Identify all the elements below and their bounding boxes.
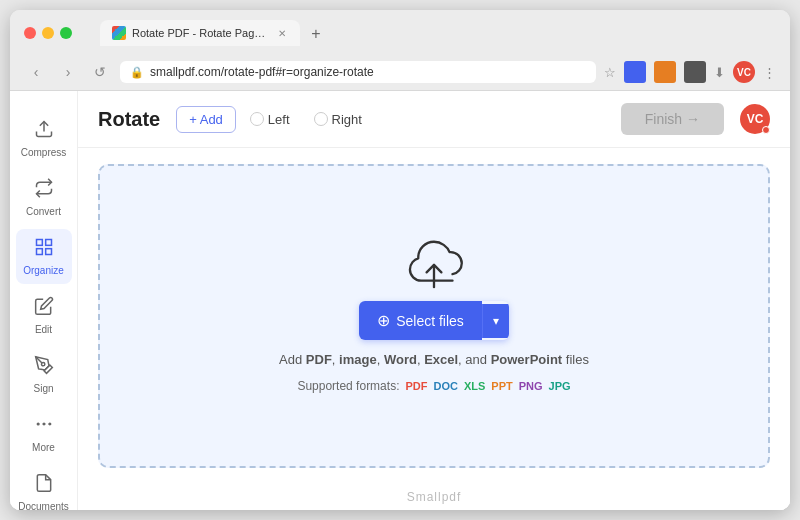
formats-label: Supported formats:: [297, 379, 399, 393]
user-avatar[interactable]: VC: [740, 104, 770, 134]
more-icon: [34, 414, 54, 439]
download-icon[interactable]: ⬇: [714, 65, 725, 80]
upload-description: Add PDF, image, Word, Excel, and PowerPo…: [279, 352, 589, 367]
right-option[interactable]: Right: [304, 107, 372, 132]
edit-label: Edit: [35, 324, 52, 335]
extension-icon-2[interactable]: [654, 61, 676, 83]
right-label: Right: [332, 112, 362, 127]
svg-point-8: [49, 423, 51, 425]
finish-label: Finish →: [645, 111, 700, 127]
avatar-initials: VC: [747, 112, 764, 126]
browser-menu-icon[interactable]: ⋮: [763, 65, 776, 80]
svg-point-6: [37, 423, 39, 425]
watermark-text: Smallpdf: [407, 490, 462, 504]
compress-label: Compress: [21, 147, 67, 158]
sidebar-item-organize[interactable]: Organize: [16, 229, 72, 284]
tab-title: Rotate PDF - Rotate Pages O...: [132, 27, 266, 39]
bookmark-icon[interactable]: ☆: [604, 65, 616, 80]
cloud-upload-icon: [404, 239, 464, 289]
left-option[interactable]: Left: [240, 107, 300, 132]
sidebar-item-convert[interactable]: Convert: [16, 170, 72, 225]
upload-area[interactable]: ⊕ Select files ▾ Add PDF, image, Word, E…: [98, 164, 770, 468]
footer-watermark: Smallpdf: [78, 484, 790, 510]
rotation-options: Left Right: [240, 107, 372, 132]
minimize-button[interactable]: [42, 27, 54, 39]
select-files-group: ⊕ Select files ▾: [359, 301, 509, 340]
format-jpg: JPG: [549, 380, 571, 392]
browser-user-avatar[interactable]: VC: [733, 61, 755, 83]
browser-window: Rotate PDF - Rotate Pages O... ✕ + ‹ › ↺…: [10, 10, 790, 510]
format-xls: XLS: [464, 380, 485, 392]
forward-button[interactable]: ›: [56, 60, 80, 84]
add-button[interactable]: + Add: [176, 106, 236, 133]
svg-rect-4: [45, 249, 51, 255]
sidebar-item-edit[interactable]: Edit: [16, 288, 72, 343]
convert-label: Convert: [26, 206, 61, 217]
sign-label: Sign: [33, 383, 53, 394]
svg-point-7: [43, 423, 45, 425]
extension-icon-1[interactable]: [624, 61, 646, 83]
page-header: Rotate + Add Left Right: [78, 91, 790, 148]
address-bar-row: ‹ › ↺ 🔒 smallpdf.com/rotate-pdf#r=organi…: [10, 54, 790, 91]
url-text: smallpdf.com/rotate-pdf#r=organize-rotat…: [150, 65, 586, 79]
sidebar-item-sign[interactable]: Sign: [16, 347, 72, 402]
main-area: Rotate + Add Left Right: [78, 91, 790, 510]
format-doc: DOC: [433, 380, 457, 392]
formats-row: Supported formats: PDF DOC XLS PPT PNG J…: [297, 379, 570, 393]
select-files-dropdown[interactable]: ▾: [482, 304, 509, 338]
sidebar-item-more[interactable]: More: [16, 406, 72, 461]
compress-icon: [34, 119, 54, 144]
page-title: Rotate: [98, 108, 160, 131]
select-files-label: Select files: [396, 313, 464, 329]
address-actions: ☆ ⬇ VC ⋮: [604, 61, 776, 83]
right-radio[interactable]: [314, 112, 328, 126]
svg-point-5: [41, 363, 44, 366]
svg-rect-2: [45, 240, 51, 246]
sign-icon: [34, 355, 54, 380]
avatar-status-dot: [762, 126, 770, 134]
browser-title-bar: Rotate PDF - Rotate Pages O... ✕ +: [10, 10, 790, 54]
select-files-button[interactable]: ⊕ Select files: [359, 301, 482, 340]
format-png: PNG: [519, 380, 543, 392]
edit-icon: [34, 296, 54, 321]
browser-controls: Rotate PDF - Rotate Pages O... ✕ +: [24, 20, 776, 46]
left-radio[interactable]: [250, 112, 264, 126]
left-label: Left: [268, 112, 290, 127]
toolbar: + Add Left Right: [176, 106, 605, 133]
format-pdf: PDF: [405, 380, 427, 392]
organize-label: Organize: [23, 265, 64, 276]
svg-rect-3: [36, 249, 42, 255]
close-button[interactable]: [24, 27, 36, 39]
tab-close-icon[interactable]: ✕: [276, 26, 288, 40]
browser-tab[interactable]: Rotate PDF - Rotate Pages O... ✕: [100, 20, 300, 46]
maximize-button[interactable]: [60, 27, 72, 39]
documents-label: Documents: [18, 501, 69, 510]
format-ppt: PPT: [491, 380, 512, 392]
sidebar-item-compress[interactable]: Compress: [16, 111, 72, 166]
finish-button: Finish →: [621, 103, 724, 135]
documents-icon: [34, 473, 54, 498]
back-button[interactable]: ‹: [24, 60, 48, 84]
organize-icon: [34, 237, 54, 262]
traffic-lights: [24, 27, 72, 39]
upload-container: ⊕ Select files ▾ Add PDF, image, Word, E…: [78, 148, 790, 484]
more-label: More: [32, 442, 55, 453]
address-field[interactable]: 🔒 smallpdf.com/rotate-pdf#r=organize-rot…: [120, 61, 596, 83]
extension-icon-3[interactable]: [684, 61, 706, 83]
tab-favicon: [112, 26, 126, 40]
refresh-button[interactable]: ↺: [88, 60, 112, 84]
tab-bar: Rotate PDF - Rotate Pages O... ✕ +: [100, 20, 776, 46]
sidebar: Compress Convert Organize: [10, 91, 78, 510]
convert-icon: [34, 178, 54, 203]
app-content: Compress Convert Organize: [10, 91, 790, 510]
new-tab-button[interactable]: +: [304, 22, 328, 46]
svg-rect-1: [36, 240, 42, 246]
plus-circle-icon: ⊕: [377, 311, 390, 330]
sidebar-item-documents[interactable]: Documents: [16, 465, 72, 510]
